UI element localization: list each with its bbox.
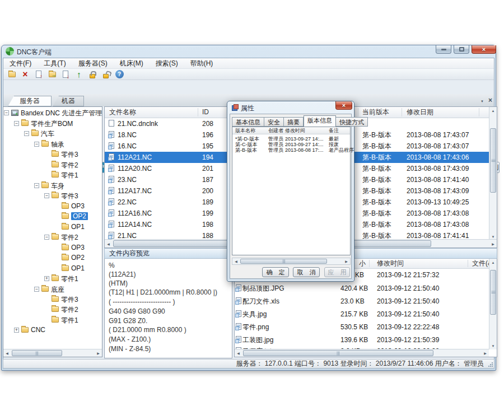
close-button[interactable]: × [472,45,496,54]
col-creator[interactable]: 创建者 [268,127,283,134]
menu-file[interactable]: 文件(F) [3,58,38,68]
col-note[interactable]: 备注 [329,127,339,134]
scroll-left-icon[interactable] [105,240,112,248]
tree-item-op3[interactable]: OP3 [3,202,102,211]
file-list-vscrollbar[interactable] [489,107,497,240]
list-item[interactable]: 工装图.jpg139.6 KB2013-09-12 21:50:39 [235,334,489,346]
scroll-thumb[interactable] [490,270,496,315]
tree-item-op2b[interactable]: OP2 [3,253,102,263]
attachments-hscrollbar[interactable] [235,349,489,357]
dialog-hscrollbar[interactable] [232,258,351,265]
tree-item-base-part1[interactable]: 零件1 [3,315,102,325]
unlock-button[interactable] [101,69,111,79]
col-filename[interactable]: 文件名称 [109,107,136,118]
menu-server[interactable]: 服务器(S) [72,58,114,68]
collapse-icon[interactable] [34,287,39,292]
cancel-button[interactable]: 取 消 [293,267,320,277]
tab-server[interactable]: 服务器 [8,96,52,106]
tree-item-part3b[interactable]: 零件3 [3,191,102,200]
col-modified-time[interactable]: 修改时间 [285,127,305,134]
tab-machine[interactable]: 机器 [53,96,84,106]
collapse-icon[interactable] [34,183,39,188]
list-item[interactable]: 夹具.jpg215.7 KB2013-09-12 21:50:40 [235,308,489,320]
tree-item-part2b[interactable]: 零件2 [3,232,102,242]
version-row[interactable]: 第-B-版本管理员2013-08-08 17:...老产品程序 [232,147,350,153]
scroll-up-icon[interactable] [489,259,497,266]
col-date[interactable]: 修改日期 [407,107,433,118]
col-version-name[interactable]: 版本名称 [235,127,255,134]
collapse-icon[interactable] [14,121,19,126]
tree-item-part1[interactable]: 零件1 [3,170,102,180]
list-item[interactable]: 零件.png530.5 KB2013-09-12 22:22:48 [235,321,489,333]
expand-icon[interactable] [14,328,19,333]
tab-summary[interactable]: 摘要 [284,117,304,127]
scroll-left-icon[interactable] [232,258,240,265]
tab-security[interactable]: 安全 [264,117,284,127]
tree-item-part2[interactable]: 零件2 [3,160,102,170]
tree-item-bearing[interactable]: 轴承 [3,139,102,149]
collapse-icon[interactable] [4,110,9,115]
menu-machine[interactable]: 机床(M) [114,58,150,68]
chevron-down-icon[interactable] [480,95,484,105]
open-folder-button[interactable] [47,69,57,79]
tree-item-bom[interactable]: 零件生产BOM [3,119,102,128]
tree-item-base-part2[interactable]: 零件2 [3,305,102,314]
ok-button[interactable]: 确 定 [262,267,289,277]
scroll-right-icon[interactable] [343,258,350,265]
scroll-right-icon[interactable] [482,349,489,357]
dialog-close-button[interactable] [335,101,352,110]
scroll-down-icon[interactable] [489,342,497,349]
tab-version-info[interactable]: 版本信息 [304,115,336,127]
tree-hscrollbar[interactable] [3,349,102,357]
scroll-thumb[interactable] [490,128,496,193]
tree-item-part3[interactable]: 零件3 [3,150,102,159]
collapse-icon[interactable] [34,142,39,147]
new-folder-button[interactable] [7,69,17,79]
tab-basic-info[interactable]: 基本信息 [232,117,264,127]
maximize-button[interactable] [454,45,469,54]
help-button[interactable] [114,69,124,79]
tree-item-op1[interactable]: OP1 [3,222,102,232]
attachments-vscrollbar[interactable] [489,259,497,349]
minimize-button[interactable] [436,45,451,54]
tree-item-cnc[interactable]: CNC [3,325,102,335]
scroll-right-icon[interactable] [95,349,102,357]
tree-item-op2-selected[interactable]: OP2 [3,212,102,221]
tree-item-op3b[interactable]: OP3 [3,243,102,253]
tree-item-base-part3[interactable]: 零件3 [3,295,102,304]
col-modified[interactable]: 修改时间 [377,259,404,268]
resize-grip[interactable] [488,362,493,367]
expand-icon[interactable] [44,276,49,281]
collapse-icon[interactable] [44,193,49,198]
scroll-thumb[interactable] [240,259,327,264]
tree-item-carbody[interactable]: 车身 [3,181,102,190]
tab-shortcut[interactable]: 快捷方式 [336,117,368,127]
tree-item-part1b[interactable]: 零件1 [3,274,102,283]
tab-close-icon[interactable] [488,95,492,105]
col-id[interactable]: ID [202,107,209,118]
menu-tools[interactable]: 工具(T) [38,58,72,68]
checkin-button[interactable] [34,69,44,79]
list-item[interactable]: 制品顶图.JPG420.4 KB2013-09-12 21:50:40 [235,282,489,295]
upload-button[interactable] [74,69,84,79]
scroll-left-icon[interactable] [3,349,11,357]
scroll-thumb[interactable] [243,350,433,356]
tree-item-op1b[interactable]: OP1 [3,264,102,273]
collapse-icon[interactable] [44,235,49,240]
version-row[interactable]: 第-C-版本管理员2013-09-27 14:...报废 [232,142,350,147]
delete-button[interactable] [20,69,30,79]
tree-item-base[interactable]: 底座 [3,284,102,294]
scroll-left-icon[interactable] [235,349,242,357]
menu-help[interactable]: 帮助(H) [184,58,220,68]
checkout-button[interactable] [60,69,71,79]
version-row[interactable]: *第-D-版本管理员2013-09-27 14:...最新 [232,136,350,142]
list-item[interactable]: 配刀文件.xls23.0 KB2013-09-12 21:50:40 [235,295,489,307]
tree-item-root[interactable]: Bandex DNC 先进生产管理系统 [3,108,102,118]
tree-item-auto[interactable]: 汽车 [3,129,102,138]
scroll-thumb[interactable] [12,350,62,356]
col-size[interactable]: 小 [359,259,366,268]
lock-button[interactable] [87,69,97,79]
collapse-icon[interactable] [24,131,29,136]
scroll-up-icon[interactable] [489,107,497,114]
scroll-right-icon[interactable] [489,240,497,248]
